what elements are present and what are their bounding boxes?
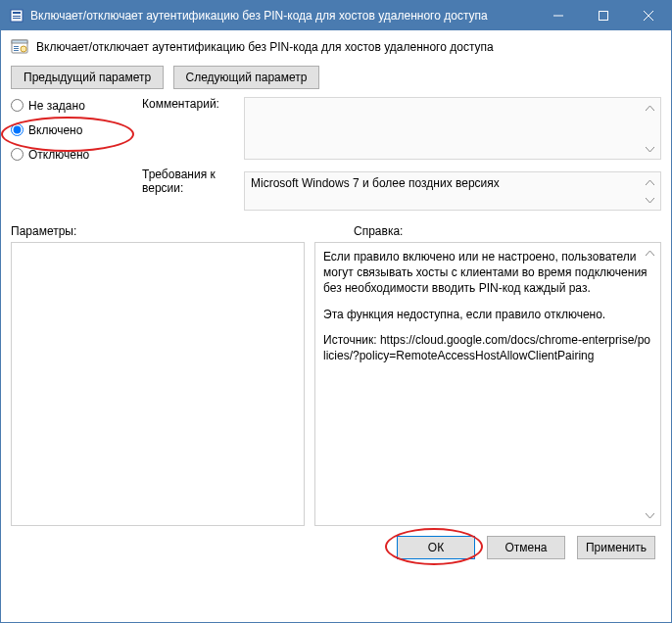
chevron-down-icon[interactable] xyxy=(642,506,658,523)
radio-enabled-label: Включено xyxy=(28,124,82,136)
supported-value: Microsoft Windows 7 и более поздних верс… xyxy=(245,172,660,194)
section-labels: Параметры: Справка: xyxy=(11,224,661,238)
chevron-up-icon[interactable] xyxy=(642,245,658,262)
nav-row: Предыдущий параметр Следующий параметр xyxy=(11,66,661,89)
content: Включает/отключает аутентификацию без PI… xyxy=(1,30,671,569)
supported-label: Требования к версии: xyxy=(142,168,238,195)
radio-enabled-input[interactable] xyxy=(11,123,24,136)
config-row: Не задано Включено Отключено Комментарий… xyxy=(11,97,661,211)
titlebar: Включает/отключает аутентификацию без PI… xyxy=(1,1,671,30)
maximize-button[interactable] xyxy=(581,1,626,30)
svg-rect-2 xyxy=(13,16,21,17)
svg-rect-12 xyxy=(14,50,19,51)
help-text: Если правило включено или не настроено, … xyxy=(323,249,652,363)
comment-label: Комментарий: xyxy=(142,97,238,111)
help-p1: Если правило включено или не настроено, … xyxy=(323,249,652,297)
minimize-button[interactable] xyxy=(536,1,581,30)
comment-value xyxy=(245,98,660,106)
window-buttons xyxy=(536,1,671,30)
help-p2: Эта функция недоступна, если правило отк… xyxy=(323,307,652,322)
radio-not-configured-input[interactable] xyxy=(11,99,24,112)
options-label: Параметры: xyxy=(11,224,354,238)
radio-disabled[interactable]: Отключено xyxy=(11,148,136,161)
radio-not-configured[interactable]: Не задано xyxy=(11,99,136,112)
chevron-down-icon[interactable] xyxy=(642,191,658,208)
panes: Если правило включено или не настроено, … xyxy=(11,242,661,526)
help-label: Справка: xyxy=(354,224,403,238)
apply-button[interactable]: Применить xyxy=(577,536,655,559)
policy-header: Включает/отключает аутентификацию без PI… xyxy=(11,38,661,56)
radio-disabled-label: Отключено xyxy=(28,149,89,161)
help-pane: Если правило включено или не настроено, … xyxy=(314,242,661,526)
svg-rect-5 xyxy=(600,12,608,21)
svg-rect-9 xyxy=(12,40,27,43)
app-icon xyxy=(9,8,24,24)
previous-setting-button[interactable]: Предыдущий параметр xyxy=(11,66,164,89)
chevron-up-icon[interactable] xyxy=(642,174,658,191)
footer: ОК Отмена Применить xyxy=(11,536,661,559)
window-title: Включает/отключает аутентификацию без PI… xyxy=(30,9,536,23)
svg-rect-10 xyxy=(14,46,19,47)
radio-column: Не задано Включено Отключено xyxy=(11,97,136,211)
mid-labels: Комментарий: Требования к версии: xyxy=(142,97,238,211)
svg-rect-11 xyxy=(14,48,19,49)
help-p3: Источник: https://cloud.google.com/docs/… xyxy=(323,332,652,363)
radio-not-configured-label: Не задано xyxy=(28,100,85,112)
options-pane xyxy=(11,242,305,526)
policy-title: Включает/отключает аутентификацию без PI… xyxy=(36,40,494,54)
svg-rect-3 xyxy=(13,18,21,19)
radio-disabled-input[interactable] xyxy=(11,148,24,161)
close-button[interactable] xyxy=(626,1,671,30)
chevron-up-icon[interactable] xyxy=(642,100,658,117)
supported-field: Microsoft Windows 7 и более поздних верс… xyxy=(244,171,661,211)
next-setting-button[interactable]: Следующий параметр xyxy=(173,66,320,89)
state-radio-group: Не задано Включено Отключено xyxy=(11,97,136,161)
comment-field[interactable] xyxy=(244,97,661,160)
svg-point-13 xyxy=(21,46,26,52)
cancel-button[interactable]: Отмена xyxy=(487,536,565,559)
svg-rect-1 xyxy=(13,12,21,14)
radio-enabled[interactable]: Включено xyxy=(11,123,136,136)
chevron-down-icon[interactable] xyxy=(642,140,658,157)
policy-icon xyxy=(11,38,28,56)
mid-fields: Microsoft Windows 7 и более поздних верс… xyxy=(244,97,661,211)
ok-button[interactable]: ОК xyxy=(397,536,475,559)
